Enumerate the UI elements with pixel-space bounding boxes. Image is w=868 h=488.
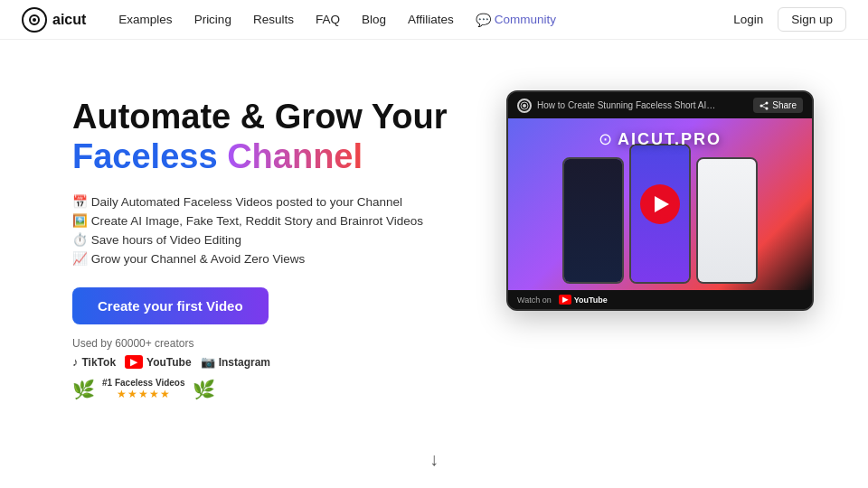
video-topbar: How to Create Stunning Faceless Short AI…: [508, 92, 812, 118]
video-container: How to Create Stunning Faceless Short AI…: [506, 90, 814, 311]
video-logo-icon: ⊙: [599, 129, 612, 149]
video-logo-overlay: ⊙ AICUT.PRO: [599, 129, 722, 149]
social-logos: ♪ TikTok ▶ YouTube 📷 Instagram: [72, 355, 452, 369]
nav-faq[interactable]: FAQ: [316, 13, 340, 26]
video-main: ⊙ AICUT.PRO: [508, 118, 812, 290]
cta-button[interactable]: Create your first Video: [72, 287, 269, 324]
nav-examples[interactable]: Examples: [118, 13, 172, 26]
nav-results[interactable]: Results: [253, 13, 294, 26]
youtube-logo-text: YouTube: [574, 296, 608, 305]
logo-text: aicut: [52, 12, 86, 28]
hero-title: Automate & Grow Your Faceless Channel: [72, 98, 452, 176]
svg-line-8: [761, 103, 767, 106]
phone-mockup-3: [696, 157, 758, 284]
signup-button[interactable]: Sign up: [778, 7, 846, 32]
instagram-badge: 📷 Instagram: [201, 355, 270, 369]
svg-point-3: [523, 104, 526, 108]
hero-word-channel: Channel: [227, 137, 363, 175]
award-row: 🌿 #1 Faceless Videos ★★★★★ 🌿: [72, 378, 452, 400]
tiktok-icon: ♪: [72, 355, 79, 369]
login-button[interactable]: Login: [733, 13, 763, 26]
phone-screen-dark: [564, 159, 622, 282]
community-icon: 💬: [476, 13, 491, 27]
svg-point-2: [33, 18, 36, 22]
nav-pricing[interactable]: Pricing: [194, 13, 231, 26]
nav-community[interactable]: 💬 Community: [476, 13, 556, 27]
hero-title-gradient: Faceless Channel: [72, 137, 452, 177]
award-center: #1 Faceless Videos ★★★★★: [102, 378, 185, 400]
phone-screen-light: [698, 159, 756, 282]
hero-left: Automate & Grow Your Faceless Channel 📅 …: [72, 83, 452, 400]
stars: ★★★★★: [102, 388, 185, 400]
nav-links: Examples Pricing Results FAQ Blog Affili…: [118, 13, 708, 27]
video-settings-icon: [517, 99, 532, 113]
youtube-badge: ▶ YouTube: [125, 355, 192, 369]
tiktok-badge: ♪ TikTok: [72, 355, 116, 369]
nav-blog[interactable]: Blog: [362, 13, 386, 26]
youtube-logo: ▶ YouTube: [559, 295, 608, 305]
video-bottombar: Watch on ▶ YouTube: [508, 290, 812, 309]
watch-on-text: Watch on: [517, 296, 552, 305]
navbar: aicut Examples Pricing Results FAQ Blog …: [0, 0, 868, 40]
video-logo-text: AICUT.PRO: [618, 130, 722, 149]
used-by-text: Used by 60000+ creators: [72, 337, 452, 350]
laurel-left-icon: 🌿: [72, 379, 95, 400]
play-triangle-icon: [655, 196, 669, 212]
hero-right: How to Create Stunning Faceless Short AI…: [506, 83, 814, 311]
feature-2: 🖼️ Create AI Image, Fake Text, Reddit St…: [72, 213, 452, 228]
hero-word-faceless: Faceless: [72, 137, 218, 175]
instagram-icon: 📷: [201, 355, 215, 369]
nav-affiliates[interactable]: Affiliates: [408, 13, 454, 26]
phone-mockup-1: [562, 157, 624, 284]
scroll-indicator: ↓: [429, 449, 439, 470]
video-share-button[interactable]: Share: [753, 98, 803, 113]
svg-line-9: [761, 106, 767, 108]
video-title-text: How to Create Stunning Faceless Short AI…: [537, 100, 718, 110]
video-topbar-left: How to Create Stunning Faceless Short AI…: [517, 99, 718, 113]
hero-section: Automate & Grow Your Faceless Channel 📅 …: [0, 40, 868, 488]
share-icon: [760, 101, 769, 110]
feature-4: 📈 Grow your Channel & Avoid Zero Views: [72, 251, 452, 266]
hero-features: 📅 Daily Automated Faceless Videos posted…: [72, 194, 452, 266]
feature-1: 📅 Daily Automated Faceless Videos posted…: [72, 194, 452, 209]
logo-icon: [22, 7, 47, 33]
youtube-icon: ▶: [125, 355, 143, 369]
logo[interactable]: aicut: [22, 7, 86, 33]
award-label: #1 Faceless Videos: [102, 378, 185, 388]
play-button[interactable]: [640, 184, 680, 224]
nav-auth: Login Sign up: [733, 7, 846, 32]
youtube-logo-icon: ▶: [559, 295, 571, 305]
laurel-right-icon: 🌿: [193, 379, 215, 400]
feature-3: ⏱️ Save hours of Video Editing: [72, 232, 452, 247]
